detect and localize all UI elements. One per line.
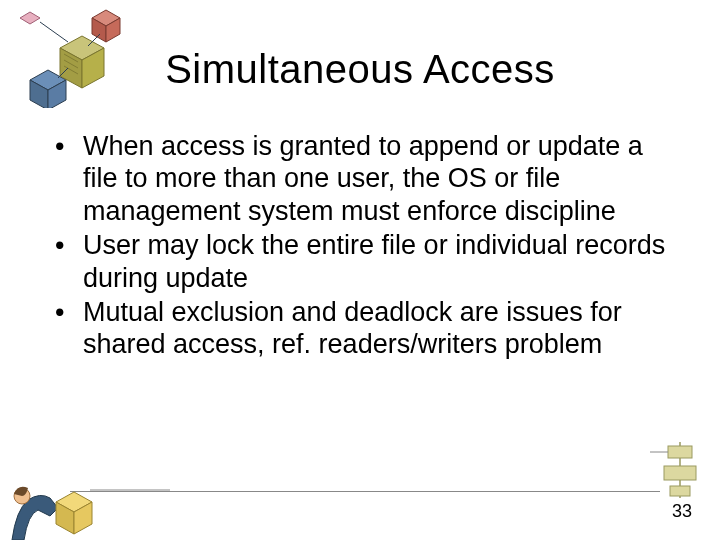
bullet-item: When access is granted to append or upda… [55,130,680,227]
svg-marker-12 [20,12,40,24]
page-number: 33 [672,501,692,522]
svg-rect-23 [664,466,696,480]
bullet-item: User may lock the entire file or individ… [55,229,680,294]
slide-title: Simultaneous Access [0,47,720,92]
svg-rect-24 [670,486,690,496]
svg-line-13 [40,22,68,42]
svg-rect-22 [668,446,692,458]
bullet-list: When access is granted to append or upda… [55,130,680,361]
decorative-boxes-bottom-right-icon [650,440,710,500]
decorative-figure-bottom-left-icon [10,470,170,540]
bullet-item: Mutual exclusion and deadlock are issues… [55,296,680,361]
slide: Simultaneous Access When access is grant… [0,0,720,540]
slide-body: When access is granted to append or upda… [55,130,680,363]
